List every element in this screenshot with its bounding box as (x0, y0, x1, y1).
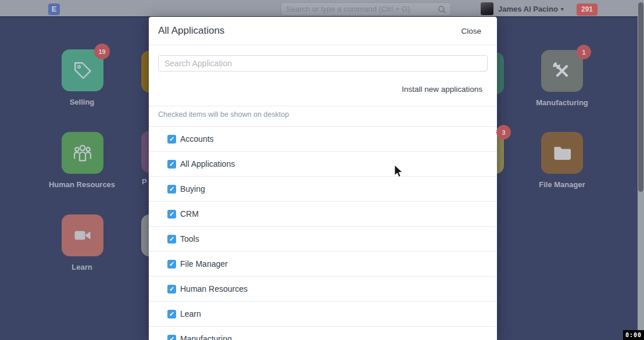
checkbox-checked[interactable]: ✓ (167, 335, 176, 340)
desktop-app-human-resources[interactable] (62, 132, 103, 174)
list-item-learn[interactable]: ✓ Learn (149, 302, 497, 327)
application-checklist: ✓ Accounts ✓ All Applications ✓ Buying ✓… (149, 126, 497, 340)
check-icon: ✓ (169, 210, 174, 218)
notification-badge: 1 (577, 45, 591, 59)
global-search-input[interactable] (286, 3, 431, 15)
install-new-applications-link[interactable]: Install new applications (402, 85, 482, 94)
global-search[interactable] (281, 2, 451, 16)
app-label: Learn (24, 263, 140, 271)
user-menu[interactable]: James Al Pacino ▾ (481, 0, 564, 17)
app-logo[interactable]: E (48, 3, 60, 15)
notification-count-badge[interactable]: 291 (577, 3, 598, 16)
list-item-label: Tools (180, 234, 199, 244)
list-item-tools[interactable]: ✓ Tools (149, 227, 497, 252)
list-item-all-applications[interactable]: ✓ All Applications (149, 152, 497, 177)
checkbox-checked[interactable]: ✓ (167, 285, 176, 294)
scrollbar-track[interactable] (638, 0, 644, 340)
list-item-label: Accounts (180, 134, 214, 144)
list-item-crm[interactable]: ✓ CRM (149, 202, 497, 227)
all-applications-modal: All Applications Close Install new appli… (149, 17, 497, 340)
divider (149, 106, 497, 106)
list-item-label: Manufacturing (180, 334, 232, 340)
app-label: File Manager (504, 180, 620, 189)
desktop-app-file-manager[interactable] (541, 132, 583, 174)
user-avatar (481, 2, 493, 15)
list-item-label: CRM (180, 209, 199, 219)
checkbox-checked[interactable]: ✓ (167, 185, 176, 194)
list-item-label: All Applications (180, 159, 235, 169)
checkbox-checked[interactable]: ✓ (167, 260, 176, 269)
mouse-cursor (394, 165, 405, 179)
people-icon (71, 142, 94, 164)
video-camera-icon (72, 225, 93, 246)
checkbox-checked[interactable]: ✓ (167, 210, 176, 219)
list-item-label: Learn (180, 309, 201, 318)
list-item-buying[interactable]: ✓ Buying (149, 177, 497, 202)
app-label: Human Resources (24, 180, 140, 189)
app-label: Selling (24, 98, 140, 106)
folder-icon (551, 142, 573, 164)
checkbox-checked[interactable]: ✓ (167, 135, 176, 144)
list-item-human-resources[interactable]: ✓ Human Resources (149, 277, 497, 302)
desktop-app-learn[interactable] (62, 214, 103, 256)
recording-timer: 0:00 (623, 330, 644, 340)
list-item-label: File Manager (180, 259, 228, 269)
modal-header: All Applications Close (149, 17, 497, 45)
application-search-input[interactable] (158, 55, 488, 71)
check-icon: ✓ (169, 160, 174, 168)
check-icon: ✓ (169, 285, 174, 293)
list-item-accounts[interactable]: ✓ Accounts (149, 127, 497, 152)
checkbox-checked[interactable]: ✓ (167, 160, 176, 169)
checkbox-checked[interactable]: ✓ (167, 310, 176, 318)
app-label-fragment: P (142, 177, 147, 186)
close-button[interactable]: Close (461, 27, 481, 35)
notification-badge: 3 (496, 125, 511, 139)
scrollbar-thumb[interactable] (638, 2, 643, 192)
checkbox-checked[interactable]: ✓ (167, 235, 176, 244)
check-icon: ✓ (169, 260, 174, 268)
modal-title: All Applications (158, 25, 224, 37)
check-icon: ✓ (169, 235, 174, 243)
desktop-app-manufacturing[interactable] (541, 50, 583, 92)
check-icon: ✓ (169, 185, 174, 193)
list-item-label: Human Resources (180, 284, 248, 294)
list-item-file-manager[interactable]: ✓ File Manager (149, 252, 497, 277)
user-name: James Al Pacino (498, 5, 558, 13)
checked-items-hint: Checked items will be shown on desktop (158, 110, 289, 119)
check-icon: ✓ (169, 335, 174, 340)
app-label: Manufacturing (504, 98, 620, 107)
list-item-manufacturing[interactable]: ✓ Manufacturing (149, 327, 497, 340)
tools-icon (551, 60, 573, 82)
top-navbar: E James Al Pacino ▾ 291 (0, 0, 638, 17)
list-item-label: Buying (180, 184, 205, 194)
chevron-down-icon: ▾ (561, 6, 564, 12)
check-icon: ✓ (169, 135, 174, 143)
notification-badge: 19 (94, 44, 110, 59)
search-icon (438, 5, 446, 14)
tag-icon (72, 60, 93, 81)
screen: 19 Selling Human Resources (0, 0, 644, 340)
check-icon: ✓ (169, 310, 174, 318)
